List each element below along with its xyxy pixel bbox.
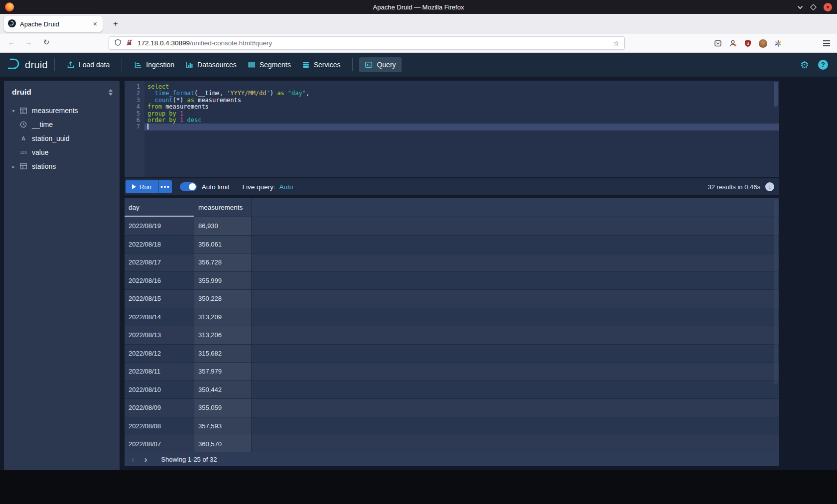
tree-item-value[interactable]: 123value xyxy=(4,145,120,159)
insecure-lock-icon[interactable] xyxy=(126,39,133,48)
table-row[interactable]: 2022/08/08357,593 xyxy=(125,417,779,436)
tree-item-measurements[interactable]: ▾measurements xyxy=(4,104,120,118)
table-row[interactable]: 2022/08/07360,570 xyxy=(125,435,779,452)
forward-icon[interactable]: → xyxy=(22,38,35,46)
help-icon[interactable]: ? xyxy=(818,60,828,70)
nav-ingestion[interactable]: Ingestion xyxy=(129,57,180,72)
window-titlebar: Apache Druid — Mozilla Firefox × xyxy=(0,0,837,14)
nav-services[interactable]: Services xyxy=(296,57,346,72)
tree-item-station_uuid[interactable]: Astation_uuid xyxy=(4,131,120,145)
next-page-icon[interactable]: › xyxy=(144,455,147,464)
cell-measurements[interactable]: 360,570 xyxy=(194,435,252,452)
ublock-icon[interactable]: u xyxy=(744,39,752,47)
table-row[interactable]: 2022/08/17356,728 xyxy=(125,253,779,272)
editor-scrollbar-thumb[interactable] xyxy=(774,82,778,107)
table-row[interactable]: 2022/08/13313,206 xyxy=(125,326,779,345)
table-row[interactable]: 2022/08/16355,999 xyxy=(125,272,779,290)
profile-avatar[interactable] xyxy=(759,39,767,48)
table-row[interactable]: 2022/08/12315,682 xyxy=(125,345,779,363)
druid-brand[interactable]: druid xyxy=(7,58,48,72)
account-icon[interactable] xyxy=(729,39,737,47)
live-query-label: Live query: xyxy=(242,183,275,191)
cell-day[interactable]: 2022/08/18 xyxy=(125,236,194,253)
table-scrollbar-thumb[interactable] xyxy=(774,200,778,384)
cell-day[interactable]: 2022/08/09 xyxy=(125,399,194,417)
cell-measurements[interactable]: 350,228 xyxy=(194,290,252,308)
run-more-button[interactable]: ●●● xyxy=(158,180,172,193)
bookmark-star-icon[interactable]: ☆ xyxy=(613,39,619,47)
cell-measurements[interactable]: 357,593 xyxy=(194,417,252,435)
download-icon[interactable]: ↓ xyxy=(765,182,774,191)
table-row[interactable]: 2022/08/09355,059 xyxy=(125,399,779,417)
load-data-icon xyxy=(67,61,75,69)
window-close-icon[interactable]: × xyxy=(824,3,832,11)
header-empty xyxy=(252,198,779,217)
menu-icon[interactable] xyxy=(823,40,830,46)
cell-day[interactable]: 2022/08/19 xyxy=(125,217,194,235)
cell-measurements[interactable]: 86,930 xyxy=(194,217,252,235)
cell-day[interactable]: 2022/08/08 xyxy=(125,417,194,435)
line-number: 2 xyxy=(125,90,140,97)
nav-query[interactable]: Query xyxy=(359,57,401,72)
pocket-icon[interactable] xyxy=(714,39,722,47)
tree-item-label: __time xyxy=(32,121,53,128)
cell-measurements[interactable]: 313,206 xyxy=(194,326,252,344)
extensions-pinwheel-icon[interactable] xyxy=(774,39,782,47)
nav-segments[interactable]: Segments xyxy=(242,57,296,72)
cell-day[interactable]: 2022/08/17 xyxy=(125,253,194,271)
cell-day[interactable]: 2022/08/12 xyxy=(125,345,194,363)
prev-page-icon[interactable]: ‹ xyxy=(132,455,135,464)
column-header-day[interactable]: day xyxy=(125,198,194,217)
table-row[interactable]: 2022/08/15350,228 xyxy=(125,290,779,308)
back-icon[interactable]: ← xyxy=(5,38,18,46)
window-minimize-icon[interactable] xyxy=(797,3,803,11)
cell-day[interactable]: 2022/08/13 xyxy=(125,326,194,344)
toggle-knob xyxy=(189,183,196,190)
cell-measurements[interactable]: 355,059 xyxy=(194,399,252,417)
browser-tab[interactable]: Apache Druid × xyxy=(4,16,103,32)
table-icon xyxy=(19,162,28,170)
run-button[interactable]: Run xyxy=(126,180,158,193)
caret-down-icon[interactable]: ▾ xyxy=(10,108,17,114)
table-row[interactable]: 2022/08/10350,442 xyxy=(125,381,779,399)
nav-datasources[interactable]: Datasources xyxy=(180,57,242,72)
cell-measurements[interactable]: 355,999 xyxy=(194,272,252,290)
browser-toolbar: ← → ↻ 172.18.0.4:30899/unified-console.h… xyxy=(0,34,837,53)
table-row[interactable]: 2022/08/11357,979 xyxy=(125,363,779,381)
caret-right-icon[interactable]: ▸ xyxy=(10,164,17,169)
cell-measurements[interactable]: 313,209 xyxy=(194,308,252,326)
table-row[interactable]: 2022/08/14313,209 xyxy=(125,308,779,327)
table-row[interactable]: 2022/08/18356,061 xyxy=(125,236,779,254)
tree-item-stations[interactable]: ▸stations xyxy=(4,159,120,173)
code-line: select xyxy=(144,84,779,90)
live-query-value[interactable]: Auto xyxy=(279,183,293,191)
tab-close-icon[interactable]: × xyxy=(92,20,99,28)
cell-day[interactable]: 2022/08/11 xyxy=(125,363,194,380)
tree-item-__time[interactable]: __time xyxy=(4,118,120,131)
cell-measurements[interactable]: 357,979 xyxy=(194,363,252,380)
nav-label: Segments xyxy=(260,61,291,69)
column-header-measurements[interactable]: measurements xyxy=(194,198,252,217)
table-row[interactable]: 2022/08/1986,930 xyxy=(125,217,779,236)
auto-limit-toggle[interactable] xyxy=(180,182,197,191)
cell-day[interactable]: 2022/08/07 xyxy=(125,435,194,452)
cell-day[interactable]: 2022/08/10 xyxy=(125,381,194,399)
reload-icon[interactable]: ↻ xyxy=(40,38,53,47)
sort-carets-icon[interactable] xyxy=(109,89,113,96)
cell-measurements[interactable]: 350,442 xyxy=(194,381,252,399)
cell-day[interactable]: 2022/08/16 xyxy=(125,272,194,290)
new-tab-button[interactable]: + xyxy=(110,19,122,29)
druid-header: druid Load dataIngestionDatasourcesSegme… xyxy=(0,53,837,77)
url-bar[interactable]: 172.18.0.4:30899/unified-console.html#qu… xyxy=(109,36,625,50)
cell-measurements[interactable]: 356,061 xyxy=(194,236,252,253)
nav-load-data[interactable]: Load data xyxy=(61,57,115,72)
query-editor[interactable]: 1234567 select time_format(__time, 'YYYY… xyxy=(125,81,779,177)
settings-gear-icon[interactable]: ⚙ xyxy=(800,59,809,71)
cell-day[interactable]: 2022/08/14 xyxy=(125,308,194,326)
window-maximize-icon[interactable] xyxy=(810,4,817,10)
tracking-protection-shield-icon[interactable] xyxy=(114,39,122,48)
cell-measurements[interactable]: 356,728 xyxy=(194,253,252,271)
toolbar-extensions: u xyxy=(707,34,837,53)
cell-measurements[interactable]: 315,682 xyxy=(194,345,252,363)
cell-day[interactable]: 2022/08/15 xyxy=(125,290,194,308)
